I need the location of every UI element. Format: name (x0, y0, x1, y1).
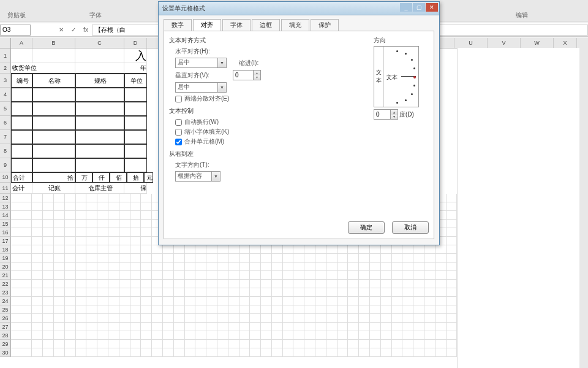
cell[interactable] (250, 305, 261, 314)
cell[interactable] (359, 297, 370, 305)
cell[interactable] (228, 323, 239, 331)
row-header[interactable]: 9 (0, 158, 11, 172)
cell[interactable] (65, 194, 76, 202)
cell[interactable] (261, 254, 272, 263)
cell[interactable] (447, 297, 458, 305)
cell[interactable] (283, 288, 294, 297)
cell[interactable] (293, 245, 304, 254)
col-header[interactable]: U (454, 38, 488, 48)
cell[interactable] (54, 245, 65, 254)
cell[interactable] (185, 254, 196, 263)
cell[interactable] (413, 314, 424, 323)
cell[interactable] (65, 237, 76, 245)
cell[interactable] (326, 348, 337, 357)
cell[interactable] (130, 323, 141, 331)
cell[interactable] (32, 88, 75, 102)
cell[interactable] (228, 305, 239, 314)
cell[interactable] (76, 288, 87, 297)
cell[interactable] (304, 254, 315, 263)
cell[interactable] (370, 263, 381, 271)
cell[interactable] (392, 323, 403, 331)
cell[interactable] (54, 202, 65, 211)
cell[interactable] (195, 331, 206, 340)
cell[interactable] (381, 323, 392, 331)
chevron-up-icon[interactable]: ▲ (254, 71, 260, 75)
cell[interactable] (392, 305, 403, 314)
cell[interactable] (447, 245, 458, 254)
cell[interactable] (86, 280, 97, 288)
cell[interactable] (315, 305, 326, 314)
cell[interactable] (348, 331, 359, 340)
cell[interactable] (424, 280, 435, 288)
row-header[interactable]: 17 (0, 237, 11, 245)
cell[interactable] (217, 263, 228, 271)
cell[interactable] (283, 271, 294, 280)
cell[interactable] (130, 245, 141, 254)
cell[interactable] (195, 263, 206, 271)
cell[interactable] (32, 271, 43, 280)
cell[interactable] (163, 340, 174, 348)
cell[interactable] (43, 280, 54, 288)
row-header[interactable]: 25 (0, 305, 11, 314)
cell[interactable] (76, 263, 87, 271)
cell[interactable] (304, 305, 315, 314)
cell[interactable] (97, 254, 108, 263)
cell[interactable] (152, 331, 163, 340)
cell[interactable] (402, 245, 413, 254)
cell[interactable] (348, 288, 359, 297)
cell[interactable] (359, 263, 370, 271)
cell[interactable] (272, 323, 283, 331)
cell[interactable] (315, 314, 326, 323)
cell[interactable] (97, 314, 108, 323)
cell[interactable] (108, 305, 119, 314)
cell[interactable] (304, 323, 315, 331)
cell[interactable] (43, 331, 54, 340)
cell[interactable] (141, 194, 152, 202)
cell[interactable] (447, 194, 458, 202)
cell[interactable] (424, 340, 435, 348)
cell[interactable] (32, 116, 75, 130)
row-header[interactable]: 7 (0, 130, 11, 144)
cell[interactable] (130, 254, 141, 263)
cell[interactable] (119, 271, 130, 280)
cell[interactable] (163, 263, 174, 271)
cell[interactable] (206, 297, 217, 305)
col-header[interactable]: A (11, 38, 32, 48)
cell[interactable] (185, 323, 196, 331)
cell[interactable] (250, 254, 261, 263)
cell[interactable] (217, 288, 228, 297)
cell[interactable] (43, 202, 54, 211)
cell[interactable] (141, 202, 152, 211)
cell[interactable] (337, 254, 349, 263)
cell[interactable] (11, 288, 32, 297)
cell[interactable] (315, 297, 326, 305)
cell[interactable] (326, 305, 337, 314)
cell[interactable] (447, 228, 458, 237)
cell[interactable] (424, 305, 435, 314)
cell[interactable] (130, 194, 141, 202)
cell[interactable]: 年 (124, 63, 147, 74)
cell[interactable] (43, 228, 54, 237)
cell[interactable] (195, 323, 206, 331)
cell[interactable] (370, 297, 381, 305)
cell[interactable] (86, 288, 97, 297)
cell[interactable] (206, 331, 217, 340)
cell[interactable] (239, 245, 251, 254)
cell[interactable] (424, 348, 435, 357)
cell[interactable] (163, 305, 174, 314)
cell[interactable] (141, 228, 152, 237)
degree-spinner[interactable]: ▲▼ (374, 109, 398, 120)
cell[interactable] (108, 220, 119, 228)
cell[interactable] (11, 348, 32, 357)
row-header[interactable]: 16 (0, 228, 11, 237)
cell[interactable] (228, 271, 239, 280)
cell[interactable] (228, 245, 239, 254)
text-dir-value[interactable]: 根据内容 (175, 171, 212, 182)
cell[interactable] (304, 263, 315, 271)
cell[interactable] (119, 348, 130, 357)
cell[interactable] (392, 288, 403, 297)
cell[interactable] (86, 348, 97, 357)
cell[interactable] (283, 331, 294, 340)
merge-checkbox[interactable] (175, 139, 182, 145)
tab-font[interactable]: 字体 (222, 19, 251, 31)
